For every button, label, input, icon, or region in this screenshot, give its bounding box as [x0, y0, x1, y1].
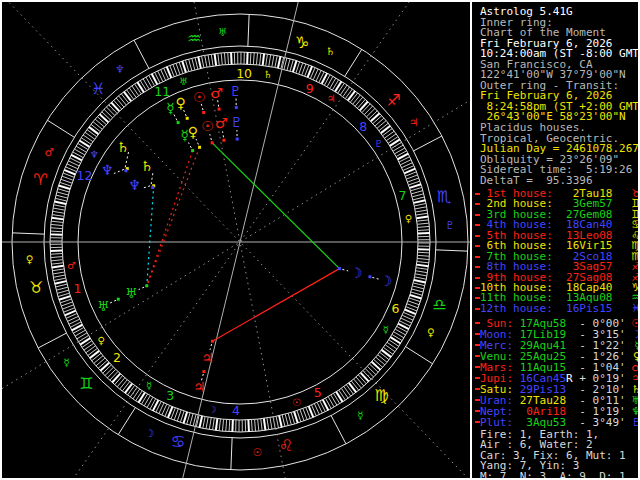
sign-glyph-sagittarius: ♐ [386, 91, 400, 110]
degree-tick [51, 224, 63, 225]
planet-glyph-inner-sun: ☉ [201, 118, 214, 134]
degree-tick [57, 290, 69, 293]
degree-tick [417, 220, 429, 221]
sign-ruler-icon: ♅ [218, 26, 227, 38]
row-tick [475, 256, 480, 258]
row-tick [475, 355, 480, 357]
planet-dot-inner-neptune [151, 186, 154, 189]
row-tick [475, 421, 480, 423]
degree-tick [417, 262, 429, 263]
panel-divider [470, 2, 472, 478]
pointer-outer [218, 100, 219, 106]
planet-glyph-inner-jupiter: ♃ [202, 350, 215, 366]
degree-tick [387, 342, 397, 349]
degree-tick [414, 280, 426, 283]
degree-tick [412, 194, 424, 197]
planet-row-plut: Plut: 3Aqu53 - 3°49'♇ [480, 417, 640, 428]
degree-tick [415, 274, 427, 276]
house-ruler-icon: ♆ [90, 149, 99, 160]
degree-tick [294, 412, 298, 423]
pointer-inner [139, 287, 144, 290]
pointer-inner [210, 134, 212, 140]
degree-tick [215, 54, 217, 66]
house-number-3: 3 [166, 388, 174, 403]
row-tick [475, 322, 480, 324]
planet-glyph-inner-moon: ☽ [350, 265, 363, 281]
degree-tick [51, 263, 63, 264]
degree-tick [256, 53, 257, 65]
degree-tick [288, 413, 291, 425]
degree-tick [278, 56, 281, 68]
degree-tick [59, 185, 70, 189]
sign-glyph-aries: ♈ [33, 170, 47, 189]
degree-tick [341, 388, 348, 398]
degree-tick [390, 337, 400, 343]
degree-tick [264, 418, 266, 430]
planet-glyph-inner-mars: ♂ [215, 115, 228, 131]
degree-tick [413, 197, 425, 200]
degree-tick [299, 63, 303, 74]
degree-tick [221, 53, 222, 65]
degree-tick [276, 416, 278, 428]
degree-tick [218, 53, 219, 65]
sign-glyph-taurus: ♉ [29, 278, 43, 297]
degree-tick [79, 140, 89, 146]
planet-glyph-inner-uranus: ♅ [125, 285, 138, 301]
degree-tick [355, 97, 363, 106]
degree-tick [270, 417, 272, 429]
planet-dot-outer-moon [368, 275, 371, 278]
house-ruler-icon: ♄ [263, 69, 272, 80]
degree-tick [413, 283, 425, 286]
house-number-10: 10 [236, 66, 252, 81]
degree-tick [183, 412, 187, 423]
degree-tick [224, 53, 225, 65]
degree-tick [112, 374, 120, 383]
degree-tick [261, 419, 262, 431]
degree-tick [279, 416, 282, 428]
degree-tick [344, 387, 351, 397]
house-ruler-icon: ♀ [97, 335, 104, 346]
degree-tick [410, 295, 421, 299]
house-ruler-icon: ☉ [292, 397, 301, 408]
degree-tick [189, 59, 192, 71]
pointer-outer [372, 277, 378, 279]
info-panel: Astrolog 5.41GInner ring:Chart of the Mo… [474, 2, 640, 478]
degree-tick [84, 343, 94, 350]
degree-tick [96, 358, 105, 366]
sign-ruler-icon: ♄ [325, 45, 334, 57]
sign-glyph-leo: ♌ [279, 436, 293, 455]
degree-tick [228, 52, 229, 64]
degree-tick [285, 414, 288, 426]
planet-glyph-outer-moon: ☽ [380, 273, 393, 289]
degree-tick [226, 419, 227, 431]
row-tick [475, 333, 480, 335]
degree-tick [190, 414, 193, 426]
planet-glyph-outer-mercury: ☿ [166, 100, 175, 116]
degree-tick [340, 85, 347, 95]
degree-tick [211, 54, 213, 66]
degree-tick [50, 250, 62, 251]
degree-tick [216, 419, 218, 431]
aspect-line-moon-jupiter [212, 269, 339, 342]
degree-tick [365, 369, 373, 378]
degree-tick [415, 210, 427, 212]
degree-tick [375, 118, 384, 126]
sign-boundary [345, 49, 362, 76]
degree-tick [253, 53, 254, 65]
sign-glyph-aquarius: ♒ [187, 29, 201, 48]
degree-tick [417, 255, 429, 256]
degree-tick [263, 54, 265, 66]
planet-dot-outer-sun [202, 111, 205, 114]
aspect-line-mercury-uranus [147, 151, 193, 286]
degree-tick [61, 179, 72, 183]
degree-tick [54, 278, 66, 280]
degree-tick [258, 419, 259, 431]
row-tick [475, 308, 480, 310]
planet-glyph-outer-saturn: ♄ [117, 139, 130, 155]
degree-tick [200, 416, 203, 428]
degree-tick [116, 98, 124, 107]
degree-tick [411, 191, 423, 194]
zodiac-sign-icon: ♓ [631, 304, 640, 314]
degree-tick [125, 384, 132, 394]
degree-tick [94, 356, 103, 364]
